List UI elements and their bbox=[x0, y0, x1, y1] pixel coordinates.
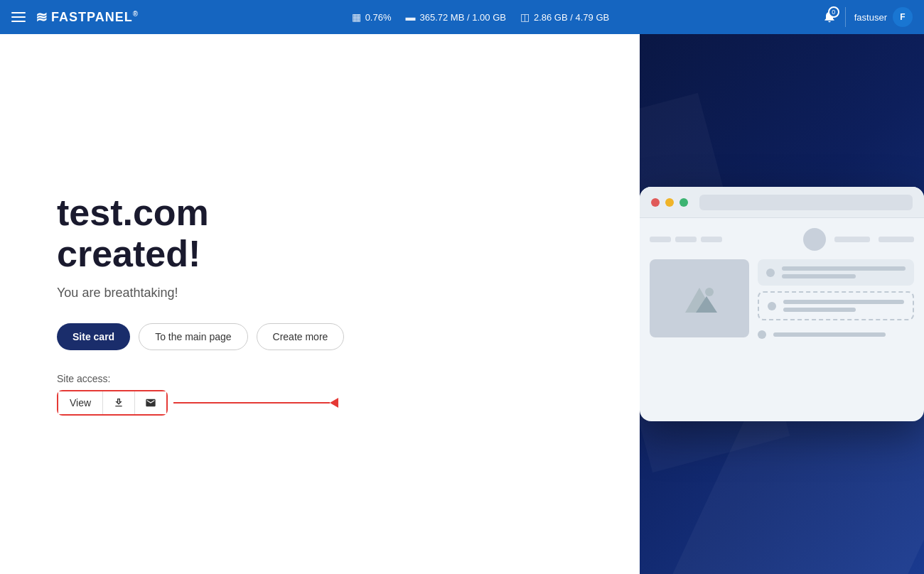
content-area: test.com created! You are breathtaking! … bbox=[57, 193, 344, 415]
skeleton-line-short3 bbox=[701, 237, 722, 242]
arrow-head bbox=[330, 398, 338, 408]
site-created-label: created! bbox=[57, 234, 344, 274]
cpu-value: 0.76% bbox=[365, 12, 392, 23]
main-page-button[interactable]: To the main page bbox=[139, 323, 247, 350]
browser-mockup bbox=[640, 187, 924, 421]
site-title: test.com created! bbox=[57, 193, 344, 274]
card-dot-2 bbox=[768, 302, 776, 310]
disk-stat: ◫ 2.86 GB / 4.79 GB bbox=[520, 11, 609, 23]
card-1 bbox=[758, 259, 914, 286]
cpu-stat: ▦ 0.76% bbox=[352, 11, 392, 23]
card-dot-1 bbox=[766, 269, 775, 277]
card-dot-3 bbox=[758, 330, 766, 339]
maximize-dot bbox=[679, 198, 688, 207]
ram-icon: ▬ bbox=[406, 11, 416, 23]
right-panel bbox=[640, 34, 924, 574]
browser-body bbox=[650, 259, 914, 343]
logo-wordmark: FASTPANEL bbox=[51, 10, 133, 24]
logo-icon: ≋ bbox=[36, 9, 47, 26]
arrow-line bbox=[173, 402, 330, 404]
skeleton-line-med2 bbox=[879, 237, 914, 242]
card-line-1a bbox=[782, 266, 906, 271]
header-stats: ▦ 0.76% ▬ 365.72 MB / 1.00 GB ◫ 2.86 GB … bbox=[352, 11, 610, 23]
cpu-icon: ▦ bbox=[352, 11, 361, 23]
username: fastuser bbox=[854, 12, 887, 23]
header-right: 0 fastuser F bbox=[822, 7, 913, 27]
download-icon bbox=[113, 397, 124, 408]
card-3-row bbox=[758, 326, 914, 343]
skeleton-avatar bbox=[803, 228, 826, 251]
card-line-2b bbox=[783, 308, 856, 312]
svg-point-2 bbox=[705, 288, 714, 296]
card-line-3 bbox=[773, 332, 886, 337]
close-dot bbox=[651, 198, 660, 207]
card-lines-3 bbox=[773, 332, 914, 337]
logo[interactable]: ≋ FASTPANEL® bbox=[36, 9, 139, 26]
card-line-1b bbox=[782, 274, 856, 278]
disk-value: 2.86 GB / 4.79 GB bbox=[534, 12, 609, 23]
notifications-button[interactable]: 0 bbox=[822, 9, 837, 26]
site-access-label: Site access: bbox=[57, 373, 344, 384]
disk-icon: ◫ bbox=[520, 11, 530, 23]
url-bar bbox=[699, 195, 913, 210]
access-box: View bbox=[57, 390, 168, 416]
site-name: test.com bbox=[57, 193, 344, 233]
browser-content bbox=[640, 218, 924, 353]
access-email-button[interactable] bbox=[135, 391, 166, 414]
red-arrow-container bbox=[173, 398, 338, 408]
card-line-2a bbox=[783, 300, 904, 304]
skeleton-header-row bbox=[650, 228, 914, 251]
access-download-button[interactable] bbox=[103, 391, 135, 414]
mountain-icon bbox=[678, 281, 721, 316]
image-placeholder bbox=[650, 259, 749, 337]
create-more-button[interactable]: Create more bbox=[257, 323, 345, 350]
ram-stat: ▬ 365.72 MB / 1.00 GB bbox=[406, 11, 506, 23]
site-card-button[interactable]: Site card bbox=[57, 323, 130, 350]
browser-bar bbox=[640, 187, 924, 218]
access-view-button[interactable]: View bbox=[58, 391, 103, 414]
minimize-dot bbox=[665, 198, 674, 207]
card-lines-1 bbox=[782, 266, 906, 278]
logo-text: FASTPANEL® bbox=[51, 10, 139, 25]
ram-value: 365.72 MB / 1.00 GB bbox=[420, 12, 506, 23]
left-panel: test.com created! You are breathtaking! … bbox=[0, 34, 640, 574]
envelope-icon bbox=[145, 397, 156, 408]
user-avatar[interactable]: F bbox=[893, 7, 913, 27]
skeleton-line-med bbox=[834, 237, 870, 242]
browser-cards bbox=[758, 259, 914, 343]
notification-badge: 0 bbox=[828, 6, 839, 18]
card-2 bbox=[758, 291, 914, 320]
action-buttons: Site card To the main page Create more bbox=[57, 323, 344, 350]
access-row: View bbox=[57, 390, 338, 416]
hamburger-menu[interactable] bbox=[11, 12, 26, 22]
subtitle: You are breathtaking! bbox=[57, 286, 344, 300]
header-left: ≋ FASTPANEL® bbox=[11, 9, 139, 26]
skeleton-line-short2 bbox=[675, 237, 697, 242]
skeleton-line-short bbox=[650, 237, 671, 242]
card-lines-2 bbox=[783, 300, 904, 312]
header: ≋ FASTPANEL® ▦ 0.76% ▬ 365.72 MB / 1.00 … bbox=[0, 0, 924, 34]
main-content: test.com created! You are breathtaking! … bbox=[0, 34, 924, 574]
user-section: fastuser F bbox=[845, 7, 913, 27]
logo-tm: ® bbox=[133, 10, 139, 18]
